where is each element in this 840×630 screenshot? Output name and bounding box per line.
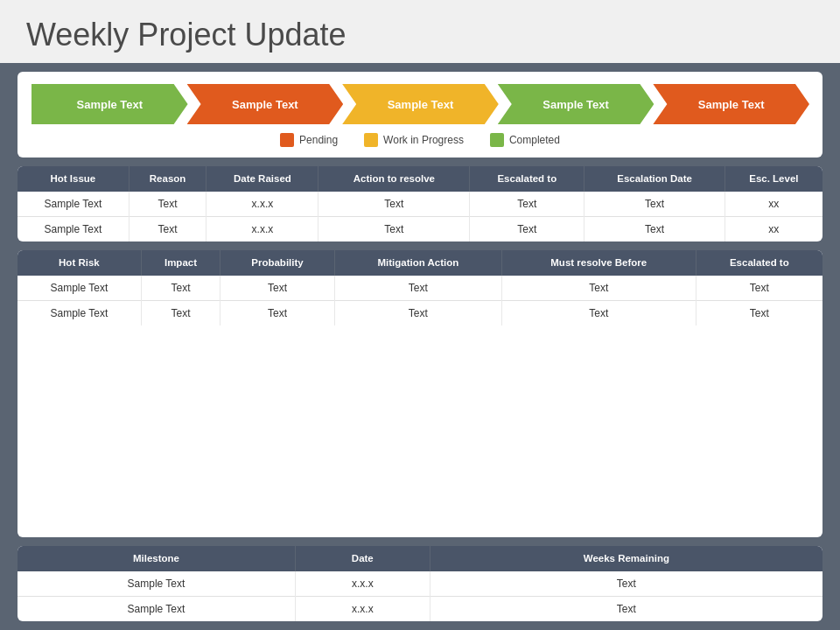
milestones-table: Milestone Date Weeks Remaining Sample Te…	[18, 546, 822, 621]
risks-r2-mitigation: Text	[334, 300, 501, 326]
risks-r1-impact: Text	[141, 276, 220, 301]
issues-r2-esclevel: xx	[724, 216, 822, 242]
legend-wip-label: Work in Progress	[383, 134, 464, 146]
risks-header-row: Hot Risk Impact Probability Mitigation A…	[18, 250, 822, 276]
milestones-col-weeksremaining: Weeks Remaining	[430, 546, 822, 571]
legend-completed-label: Completed	[509, 134, 560, 146]
risks-col-escalatedto: Escalated to	[696, 250, 822, 276]
risks-col-probability: Probability	[220, 250, 335, 276]
legend-completed-box	[490, 133, 504, 147]
issues-table: Hot Issue Reason Date Raised Action to r…	[18, 166, 822, 242]
risks-r2-mustresolvebefore: Text	[501, 300, 696, 326]
issues-r1-hotissue: Sample Text	[18, 192, 129, 217]
milestones-col-milestone: Milestone	[18, 546, 295, 571]
legend-pending: Pending	[280, 133, 338, 147]
issues-r1-action: Text	[318, 192, 470, 217]
issues-r1-escalatedto: Text	[470, 192, 584, 217]
risks-r1-mitigation: Text	[334, 276, 501, 301]
issues-col-action: Action to resolve	[318, 166, 470, 192]
issues-r1-esclevel: xx	[724, 192, 822, 217]
milestones-r1-date: x.x.x	[295, 571, 430, 597]
tables-row: Hot Issue Reason Date Raised Action to r…	[18, 166, 822, 242]
risks-col-mustresolvebefore: Must resolve Before	[501, 250, 696, 276]
risks-col-impact: Impact	[141, 250, 220, 276]
issues-col-esclevel: Esc. Level	[724, 166, 822, 192]
issues-col-hotissue: Hot Issue	[18, 166, 129, 192]
risks-table-section: Hot Risk Impact Probability Mitigation A…	[18, 250, 822, 537]
risks-r1-escalatedto: Text	[696, 276, 822, 301]
milestones-header-row: Milestone Date Weeks Remaining	[18, 546, 822, 571]
milestones-col-date: Date	[295, 546, 430, 571]
risks-col-hotrisk: Hot Risk	[18, 250, 141, 276]
issues-r1-dateraised: x.x.x	[206, 192, 318, 217]
issues-header-row: Hot Issue Reason Date Raised Action to r…	[18, 166, 822, 192]
milestones-r2-weeksremaining: Text	[430, 597, 822, 622]
progress-section: Sample Text Sample Text Sample Text Samp…	[18, 72, 822, 158]
milestones-r1-milestone: Sample Text	[18, 571, 295, 597]
milestones-r2-date: x.x.x	[295, 597, 430, 622]
legend-completed: Completed	[490, 133, 560, 147]
issues-r2-escalatedto: Text	[470, 216, 584, 242]
milestones-row-2: Sample Text x.x.x Text	[18, 597, 822, 622]
issues-col-escalationdate: Escalation Date	[584, 166, 724, 192]
milestones-section: Milestone Date Weeks Remaining Sample Te…	[18, 546, 822, 621]
content-area: Sample Text Sample Text Sample Text Samp…	[0, 63, 840, 630]
arrow-item-5[interactable]: Sample Text	[653, 84, 809, 124]
risks-row-2: Sample Text Text Text Text Text Text	[18, 300, 822, 326]
risks-r2-escalatedto: Text	[696, 300, 822, 326]
milestones-r2-milestone: Sample Text	[18, 597, 295, 622]
issues-row-2: Sample Text Text x.x.x Text Text Text xx	[18, 216, 822, 242]
issues-row-1: Sample Text Text x.x.x Text Text Text xx	[18, 192, 822, 217]
risks-r2-impact: Text	[141, 300, 220, 326]
arrow-item-4[interactable]: Sample Text	[498, 84, 654, 124]
milestones-r1-weeksremaining: Text	[430, 571, 822, 597]
legend-pending-box	[280, 133, 294, 147]
issues-col-dateraised: Date Raised	[206, 166, 318, 192]
arrow-row: Sample Text Sample Text Sample Text Samp…	[32, 84, 808, 124]
milestones-row-1: Sample Text x.x.x Text	[18, 571, 822, 597]
legend-wip: Work in Progress	[364, 133, 464, 147]
risks-r1-probability: Text	[220, 276, 335, 301]
issues-r2-reason: Text	[129, 216, 206, 242]
risks-r2-hotrisk: Sample Text	[18, 300, 141, 326]
risks-col-mitigation: Mitigation Action	[334, 250, 501, 276]
legend-pending-label: Pending	[299, 134, 338, 146]
issues-r1-reason: Text	[129, 192, 206, 217]
risks-r2-probability: Text	[220, 300, 335, 326]
legend-wip-box	[364, 133, 378, 147]
arrow-item-3[interactable]: Sample Text	[342, 84, 499, 124]
risks-row-1: Sample Text Text Text Text Text Text	[18, 276, 822, 301]
issues-r1-escalationdate: Text	[584, 192, 724, 217]
issues-col-reason: Reason	[129, 166, 206, 192]
issues-r2-hotissue: Sample Text	[18, 216, 129, 242]
arrow-item-1[interactable]: Sample Text	[32, 84, 188, 124]
risks-table: Hot Risk Impact Probability Mitigation A…	[18, 250, 822, 326]
issues-r2-dateraised: x.x.x	[206, 216, 318, 242]
legend-row: Pending Work in Progress Completed	[32, 133, 808, 147]
issues-table-section: Hot Issue Reason Date Raised Action to r…	[18, 166, 822, 242]
issues-r2-escalationdate: Text	[584, 216, 724, 242]
risks-r1-hotrisk: Sample Text	[18, 276, 141, 301]
issues-col-escalatedto: Escalated to	[470, 166, 584, 192]
issues-r2-action: Text	[318, 216, 470, 242]
arrow-item-2[interactable]: Sample Text	[187, 84, 344, 124]
page-title: Weekly Project Update	[0, 0, 840, 63]
risks-r1-mustresolvebefore: Text	[501, 276, 696, 301]
